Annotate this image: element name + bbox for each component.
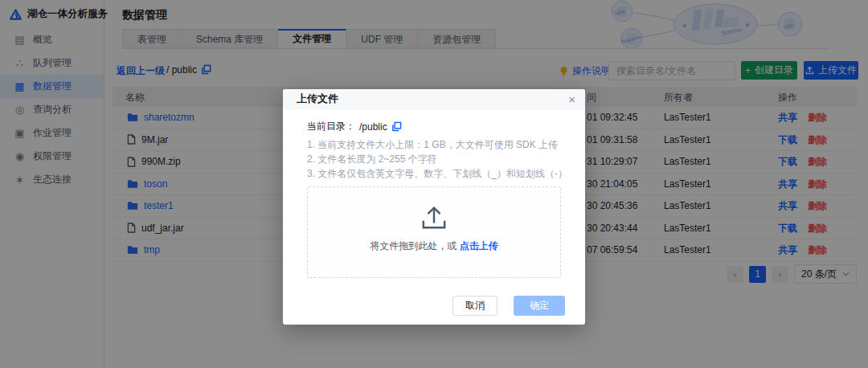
upload-tray-icon (419, 204, 449, 232)
hint-line: 3. 文件名仅包含英文字母、数字、下划线（_）和短划线（-） (307, 166, 567, 181)
confirm-button[interactable]: 确定 (514, 296, 565, 316)
upload-hints: 1. 当前支持文件大小上限：1 GB，大文件可使用 SDK 上传 2. 文件名长… (307, 137, 567, 181)
dropzone-text: 将文件拖到此处，或 点击上传 (308, 239, 560, 253)
hint-line: 2. 文件名长度为 2~255 个字符 (307, 152, 567, 166)
close-icon[interactable]: × (568, 93, 575, 105)
current-directory-row: 当前目录： /public (307, 120, 402, 133)
app-root: 湖仓一体分析服务 ▤ 概览 ∴ 队列管理 ▦ 数据管理 ◎ 查询分析 ▣ 作业管… (0, 0, 868, 368)
click-to-upload-link[interactable]: 点击上传 (460, 240, 498, 251)
current-directory-value: /public (359, 121, 387, 133)
modal-title: 上传文件 (297, 92, 338, 106)
hint-line: 1. 当前支持文件大小上限：1 GB，大文件可使用 SDK 上传 (307, 137, 567, 152)
current-directory-label: 当前目录： (307, 120, 355, 133)
file-dropzone[interactable]: 将文件拖到此处，或 点击上传 (307, 186, 561, 278)
modal-header: 上传文件 × (283, 89, 585, 109)
cancel-button[interactable]: 取消 (452, 296, 497, 316)
upload-file-modal: 上传文件 × 当前目录： /public 1. 当前支持文件大小上限：1 GB，… (283, 89, 585, 325)
copy-path-icon[interactable] (391, 121, 402, 132)
modal-footer: 取消 确定 (452, 296, 565, 316)
